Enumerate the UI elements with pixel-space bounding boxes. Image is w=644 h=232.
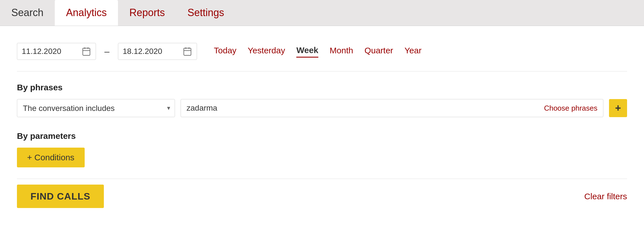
- date-to-input[interactable]: [123, 47, 179, 56]
- tab-search-label: Search: [11, 7, 43, 19]
- shortcut-week[interactable]: Week: [296, 45, 318, 58]
- parameters-section-label: By parameters: [17, 131, 627, 141]
- shortcut-quarter[interactable]: Quarter: [364, 46, 393, 57]
- parameters-section: By parameters + Conditions: [17, 131, 627, 167]
- phrase-input-wrapper: Choose phrases: [181, 99, 603, 117]
- date-row: – Today Yesterday Week Month Quarter Yea…: [17, 43, 627, 60]
- date-shortcuts: Today Yesterday Week Month Quarter Year: [214, 45, 422, 58]
- condition-select-wrapper: The conversation includes ▾: [17, 99, 175, 117]
- add-phrase-button[interactable]: +: [609, 99, 627, 117]
- phrases-section: By phrases The conversation includes ▾ C…: [17, 83, 627, 117]
- add-icon: +: [615, 102, 621, 114]
- choose-phrases-button[interactable]: Choose phrases: [544, 104, 597, 113]
- tab-analytics[interactable]: Analytics: [55, 0, 118, 26]
- conditions-button-label: + Conditions: [27, 153, 75, 162]
- find-calls-button[interactable]: FIND CALLS: [17, 185, 104, 208]
- phrases-section-label: By phrases: [17, 83, 627, 92]
- top-divider: [17, 71, 627, 71]
- shortcut-today[interactable]: Today: [214, 46, 236, 57]
- app-container: Search Analytics Reports Settings –: [0, 0, 644, 232]
- date-to-wrapper: [118, 43, 197, 60]
- calendar-to-icon[interactable]: [183, 47, 192, 56]
- svg-rect-4: [184, 48, 191, 56]
- calendar-from-icon[interactable]: [82, 47, 91, 56]
- phrase-input[interactable]: [181, 104, 603, 113]
- date-from-input[interactable]: [22, 47, 78, 56]
- tab-settings-label: Settings: [187, 7, 224, 19]
- date-from-wrapper: [17, 43, 96, 60]
- tab-reports-label: Reports: [129, 7, 165, 19]
- tab-analytics-label: Analytics: [66, 7, 107, 19]
- clear-filters-button[interactable]: Clear filters: [584, 192, 627, 201]
- svg-rect-0: [83, 48, 90, 56]
- bottom-row: FIND CALLS Clear filters: [17, 179, 627, 208]
- main-content: – Today Yesterday Week Month Quarter Yea…: [0, 26, 644, 232]
- condition-select[interactable]: The conversation includes: [17, 99, 175, 117]
- tabs-bar: Search Analytics Reports Settings: [0, 0, 644, 26]
- tab-settings[interactable]: Settings: [176, 0, 235, 26]
- phrases-row: The conversation includes ▾ Choose phras…: [17, 99, 627, 117]
- conditions-button[interactable]: + Conditions: [17, 148, 85, 167]
- date-separator: –: [102, 46, 112, 57]
- shortcut-yesterday[interactable]: Yesterday: [248, 46, 285, 57]
- tab-search[interactable]: Search: [0, 0, 55, 26]
- shortcut-month[interactable]: Month: [330, 46, 353, 57]
- tab-reports[interactable]: Reports: [118, 0, 176, 26]
- shortcut-year[interactable]: Year: [404, 46, 422, 57]
